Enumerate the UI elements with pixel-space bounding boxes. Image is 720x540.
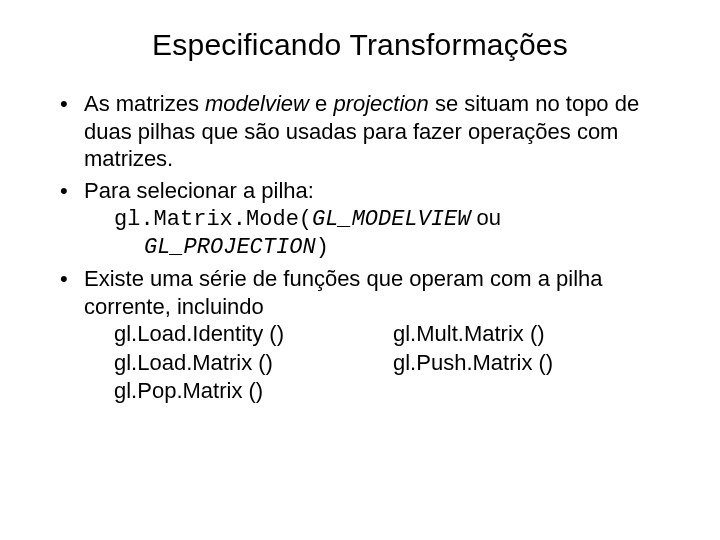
function-col-right: gl.Mult.Matrix () gl.Push.Matrix () [393,320,672,406]
function-columns: gl.Load.Identity () gl.Load.Matrix () gl… [84,320,672,406]
fn-push-matrix: gl.Push.Matrix () [393,349,672,378]
bullet-2: Para selecionar a pilha: gl.Matrix.Mode(… [54,177,672,262]
fn-load-identity: gl.Load.Identity () [114,320,393,349]
bullet-2-code-line1: gl.Matrix.Mode(GL_MODELVIEW ou [84,204,672,234]
slide-title: Especificando Transformações [48,28,672,62]
code-tail-ou: ou [470,205,501,230]
code-const-projection: GL_PROJECTION [144,235,316,260]
bullet-1-text-mid: e [309,91,333,116]
bullet-1-italic-modelview: modelview [205,91,309,116]
bullet-2-text: Para selecionar a pilha: [84,178,314,203]
bullet-2-code-line2: GL_PROJECTION) [84,234,672,262]
bullet-1-italic-projection: projection [333,91,428,116]
code-close-paren: ) [316,235,329,260]
code-fn-matrixmode: gl.Matrix.Mode( [114,207,312,232]
fn-load-matrix: gl.Load.Matrix () [114,349,393,378]
fn-mult-matrix: gl.Mult.Matrix () [393,320,672,349]
bullet-1: As matrizes modelview e projection se si… [54,90,672,173]
bullet-list: As matrizes modelview e projection se si… [48,90,672,406]
slide: Especificando Transformações As matrizes… [0,0,720,540]
bullet-3: Existe uma série de funções que operam c… [54,265,672,406]
bullet-1-text-pre: As matrizes [84,91,205,116]
fn-pop-matrix: gl.Pop.Matrix () [114,377,393,406]
function-col-left: gl.Load.Identity () gl.Load.Matrix () gl… [114,320,393,406]
code-const-modelview: GL_MODELVIEW [312,207,470,232]
bullet-3-text: Existe uma série de funções que operam c… [84,266,603,319]
